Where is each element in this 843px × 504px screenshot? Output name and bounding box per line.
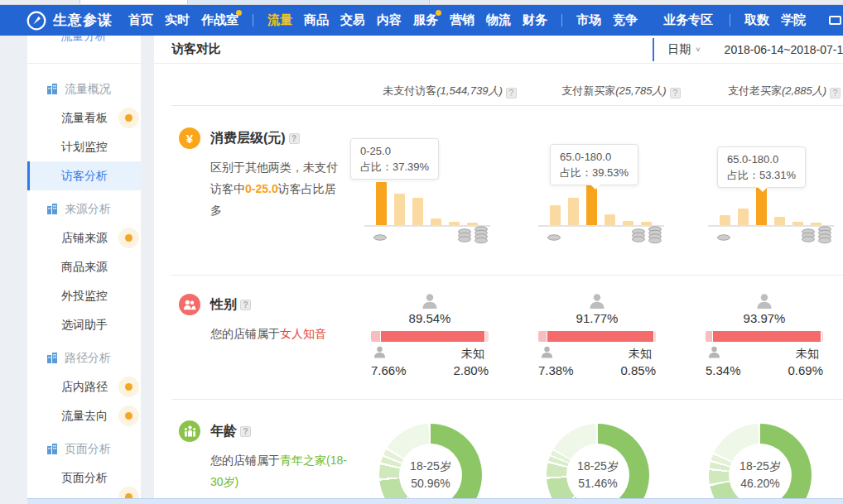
unknown-bar-segment[interactable] xyxy=(821,331,823,342)
age-donut-unpaid[interactable]: 18-25岁50.96% xyxy=(379,424,482,498)
help-icon[interactable]: ? xyxy=(289,133,300,144)
help-icon[interactable]: ? xyxy=(240,300,251,310)
nav-item-首页[interactable]: 首页 xyxy=(128,5,153,36)
nav-item-市场[interactable]: 市场 xyxy=(576,5,601,36)
bar-segment[interactable] xyxy=(431,218,441,225)
donut-center-label: 18-25岁46.20% xyxy=(729,444,792,498)
bar-segment[interactable] xyxy=(376,182,387,225)
age-row: 年龄 ? 您的店铺属于青年之家(18-30岁) 18-25岁50.96% 18-… xyxy=(171,400,843,498)
sidebar-item-页面分析[interactable]: 页面分析 xyxy=(27,434,141,463)
female-bar-segment[interactable] xyxy=(713,331,821,342)
gender-stacked-bar[interactable] xyxy=(538,331,656,342)
consume-title: 消费层级(元) ? xyxy=(210,127,328,147)
male-percent: 7.66% xyxy=(371,363,407,377)
tooltip-value: 占比：37.39% xyxy=(360,159,429,175)
help-icon[interactable]: ? xyxy=(830,88,841,98)
bar-segment[interactable] xyxy=(605,214,615,225)
nav-item-内容[interactable]: 内容 xyxy=(377,5,402,36)
sidebar-item-访客分析[interactable]: 访客分析 xyxy=(27,161,141,190)
female-bar-segment[interactable] xyxy=(381,331,484,342)
bar-segment[interactable] xyxy=(811,223,821,225)
nav-item-流量[interactable]: 流量 xyxy=(267,5,292,36)
sidebar-item-label: 来源分析 xyxy=(65,202,111,217)
age-donut-old-buyers[interactable]: 18-25岁46.20% xyxy=(709,424,812,498)
male-bar-segment[interactable] xyxy=(538,331,547,342)
sidebar-item-计划监控[interactable]: 计划监控 xyxy=(27,132,141,161)
nav-item-取数[interactable]: 取数 xyxy=(744,5,769,36)
building-icon xyxy=(46,353,58,363)
gender-title: 性别 ? xyxy=(210,294,328,314)
tooltip-range: 0-25.0 xyxy=(360,143,429,159)
building-icon xyxy=(46,84,58,94)
unknown-percent: 0.85% xyxy=(620,363,656,377)
nav-item-实时[interactable]: 实时 xyxy=(165,5,190,36)
bar-segment[interactable] xyxy=(623,221,633,225)
browser-tab-edge xyxy=(79,0,188,4)
bar-segment[interactable] xyxy=(641,222,652,225)
nav-item-业务专区[interactable]: 业务专区 xyxy=(663,5,713,36)
sidebar-item-选词助手[interactable]: 选词助手 xyxy=(27,310,141,339)
help-icon[interactable]: ? xyxy=(240,426,251,437)
coin-stack-icon xyxy=(373,230,388,245)
unknown-bar-segment[interactable] xyxy=(654,331,656,342)
sidebar-item-路径分析[interactable]: 路径分析 xyxy=(27,343,141,372)
brand-name[interactable]: 生意参谋 xyxy=(53,11,113,30)
bar-segment[interactable] xyxy=(738,209,749,225)
sidebar-item-商品来源[interactable]: 商品来源 xyxy=(27,252,141,281)
nav-item-作战室[interactable]: 作战室 xyxy=(201,5,238,36)
unknown-bar-segment[interactable] xyxy=(485,331,489,342)
coin-stack-icon xyxy=(817,226,832,248)
nav-item-学院[interactable]: 学院 xyxy=(781,5,806,36)
nav-item-物流[interactable]: 物流 xyxy=(486,5,511,36)
message-icon[interactable] xyxy=(829,16,841,25)
coin-stack-icon xyxy=(801,228,816,247)
gender-desc: 您的店铺属于女人知音 xyxy=(210,323,328,344)
sidebar-item-流量概况[interactable]: 流量概况 xyxy=(27,74,141,103)
sidebar-item-label: 路径分析 xyxy=(65,351,111,366)
sidebar-item-页面分析[interactable]: 页面分析 xyxy=(27,463,141,492)
gender-stacked-bar[interactable] xyxy=(706,331,823,342)
sidebar-item-店内路径[interactable]: 店内路径 xyxy=(27,372,141,401)
sidebar-item-来源分析[interactable]: 来源分析 xyxy=(27,194,141,223)
bar-segment[interactable] xyxy=(449,222,460,225)
bar-segment[interactable] xyxy=(394,194,405,225)
sidebar-item-外投监控[interactable]: 外投监控 xyxy=(27,281,141,310)
help-icon[interactable]: ? xyxy=(506,88,517,98)
bar-segment[interactable] xyxy=(792,222,803,225)
bar-segment[interactable] xyxy=(568,198,579,225)
coin-stack-icon xyxy=(457,228,472,247)
consume-bar-chart-unpaid: 0-25.0占比：37.39% xyxy=(364,122,501,251)
gender-row-label: 性别 ? 您的店铺属于女人知音 xyxy=(179,294,328,344)
consume-desc-highlight: 0-25.0 xyxy=(245,182,278,195)
nav-item-营销[interactable]: 营销 xyxy=(450,5,474,36)
nav-item-商品[interactable]: 商品 xyxy=(304,5,329,36)
bar-segment[interactable] xyxy=(467,223,478,225)
date-dropdown[interactable]: 日期 ∨ xyxy=(667,42,701,57)
help-icon[interactable]: ? xyxy=(670,88,681,98)
nav-item-服务[interactable]: 服务 xyxy=(413,5,438,36)
sidebar-item-流量分析[interactable]: 流量分析 xyxy=(27,36,141,64)
male-bar-segment[interactable] xyxy=(371,331,380,342)
sidebar-item-流量去向[interactable]: 流量去向 xyxy=(27,401,141,430)
male-bar-segment[interactable] xyxy=(706,331,712,342)
bar-segment[interactable] xyxy=(720,215,730,225)
bar-segment[interactable] xyxy=(412,198,423,225)
app-root: 生意参谋 首页实时作战室流量商品交易内容服务营销物流财务市场竞争业务专区取数学院… xyxy=(0,0,843,504)
nav-item-交易[interactable]: 交易 xyxy=(340,5,365,36)
nav-item-竞争[interactable]: 竞争 xyxy=(613,5,638,36)
sidebar-item-流量看板[interactable]: 流量看板 xyxy=(27,103,141,132)
female-percent: 89.54% xyxy=(371,311,489,325)
age-donut-new-buyers[interactable]: 18-25岁51.46% xyxy=(547,424,649,498)
bar-segment[interactable] xyxy=(774,217,785,225)
gender-stacked-bar[interactable] xyxy=(371,331,489,342)
column-count: (1,544,739人) xyxy=(436,84,503,97)
sidebar-item-label: 页面分析 xyxy=(65,442,111,457)
nav-item-财务[interactable]: 财务 xyxy=(523,5,547,36)
date-range-value[interactable]: 2018-06-14~2018-07-13 xyxy=(725,43,843,56)
app-logo-icon[interactable] xyxy=(26,11,46,31)
bottom-highlight-bar xyxy=(27,498,843,504)
sidebar-item-店铺来源[interactable]: 店铺来源 xyxy=(27,223,141,252)
female-bar-segment[interactable] xyxy=(547,331,653,342)
person-icon xyxy=(373,345,387,359)
bar-segment[interactable] xyxy=(550,205,561,225)
